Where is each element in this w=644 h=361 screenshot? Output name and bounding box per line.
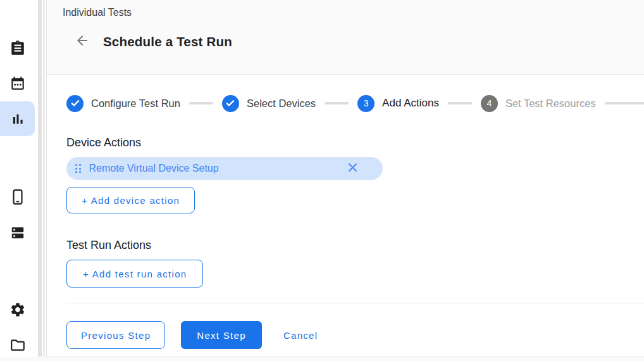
step-1-label: Configure Test Run	[91, 98, 180, 110]
folder-icon	[9, 337, 26, 353]
footer-divider	[66, 303, 644, 303]
drag-handle-icon[interactable]	[75, 164, 81, 173]
step-configure-test-run[interactable]: Configure Test Run	[66, 95, 180, 112]
remove-device-action-button[interactable]	[346, 162, 359, 175]
step-3-label: Add Actions	[382, 97, 439, 110]
step-2-label: Select Devices	[247, 98, 316, 110]
device-action-chip[interactable]: Remote Virtual Device Setup	[66, 157, 383, 180]
breadcrumb: Individual Tests	[63, 7, 644, 18]
clipboard-icon	[9, 40, 26, 56]
device-action-chip-label: Remote Virtual Device Setup	[89, 163, 219, 174]
step-select-devices[interactable]: Select Devices	[222, 95, 316, 112]
stepper-connector	[605, 102, 644, 104]
step-4-label: Set Test Resources	[505, 98, 596, 110]
add-device-action-button[interactable]: + Add device action	[66, 187, 195, 213]
sidebar-item-calendar[interactable]	[0, 66, 35, 101]
stepper-connector	[189, 102, 213, 104]
cancel-button[interactable]: Cancel	[278, 321, 323, 349]
vertical-scrollbar-thumb[interactable]	[43, 0, 45, 357]
arrow-back-icon	[75, 33, 90, 51]
sidebar-item-storage[interactable]	[0, 215, 35, 250]
page-title: Schedule a Test Run	[103, 34, 232, 49]
sidebar-item-clipboard[interactable]	[0, 30, 35, 65]
check-icon	[226, 98, 235, 108]
sidebar-item-smartphone[interactable]	[0, 179, 35, 214]
step-2-circle	[222, 95, 239, 112]
close-icon	[348, 163, 357, 175]
step-set-test-resources[interactable]: 4 Set Test Resources	[481, 95, 596, 112]
vertical-scrollbar-track[interactable]	[38, 0, 42, 357]
previous-step-button[interactable]: Previous Step	[66, 321, 165, 349]
storage-icon	[9, 224, 26, 241]
gear-icon	[9, 301, 26, 318]
back-button[interactable]	[73, 33, 91, 51]
wizard-footer: Previous Step Next Step Cancel	[66, 321, 644, 349]
main-pane: Individual Tests Schedule a Test Run Con…	[46, 0, 644, 357]
device-actions-heading: Device Actions	[66, 136, 644, 149]
smartphone-icon	[9, 189, 26, 205]
sidebar	[0, 0, 38, 357]
sidebar-item-folder[interactable]	[0, 327, 35, 361]
next-step-button[interactable]: Next Step	[181, 321, 262, 349]
step-add-actions[interactable]: 3 Add Actions	[357, 95, 439, 112]
step-3-circle: 3	[357, 95, 375, 112]
calendar-icon	[9, 75, 26, 92]
sidebar-item-bar-chart[interactable]	[0, 101, 35, 136]
content-area: Device Actions Remote Virtual Device Set…	[47, 136, 644, 349]
step-4-circle: 4	[481, 95, 498, 112]
add-test-run-action-button[interactable]: + Add test run action	[66, 260, 203, 288]
page-header: Individual Tests Schedule a Test Run	[47, 0, 644, 75]
test-run-actions-heading: Test Run Actions	[66, 239, 644, 252]
check-icon	[71, 98, 80, 108]
bar-chart-icon	[9, 111, 26, 127]
sidebar-item-settings[interactable]	[0, 292, 35, 327]
stepper: Configure Test Run Select Devices 3 Add …	[66, 94, 644, 112]
bottom-background-band	[0, 357, 644, 361]
step-1-circle	[66, 95, 84, 112]
stepper-connector	[325, 102, 349, 104]
stepper-connector	[448, 102, 472, 104]
